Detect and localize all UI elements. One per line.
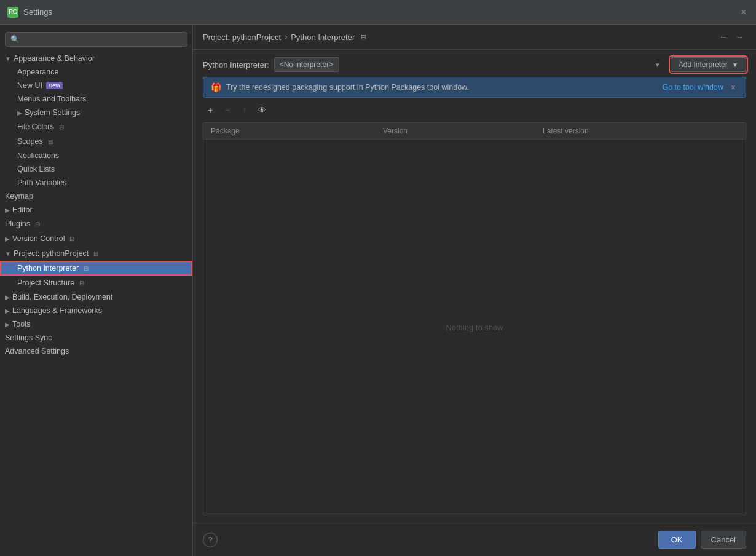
footer-left: ? <box>203 533 653 547</box>
sidebar: ▼ Appearance & Behavior Appearance New U… <box>0 25 193 556</box>
sidebar-item-label: Appearance <box>17 68 58 76</box>
dialog-body: ▼ Appearance & Behavior Appearance New U… <box>0 25 756 556</box>
sidebar-item-menus-toolbars[interactable]: Menus and Toolbars <box>0 92 192 106</box>
sidebar-item-label: Notifications <box>17 151 59 160</box>
up-package-button[interactable]: ↑ <box>237 103 252 117</box>
breadcrumb-parent: Project: pythonProject <box>203 33 281 42</box>
sidebar-item-build-execution[interactable]: ▶ Build, Execution, Deployment <box>0 290 192 304</box>
search-input[interactable] <box>5 32 187 47</box>
sidebar-item-label: Project Structure <box>17 279 74 287</box>
sidebar-item-new-ui[interactable]: New UI Beta <box>0 79 192 92</box>
sidebar-item-label: Advanced Settings <box>5 347 69 355</box>
col-version-header: Version <box>383 127 543 135</box>
interpreter-label: Python Interpreter: <box>203 60 269 70</box>
settings-icon: ⊟ <box>45 137 55 146</box>
sidebar-item-system-settings[interactable]: ▶ System Settings <box>0 106 192 119</box>
sidebar-item-label: Scopes <box>17 137 43 146</box>
breadcrumb: Project: pythonProject › Python Interpre… <box>193 25 756 50</box>
app-icon: PC <box>7 7 18 18</box>
toolbar-row: + − ↑ 👁 <box>203 103 746 117</box>
sidebar-item-label: Appearance & Behavior <box>14 54 95 63</box>
table-body: Nothing to show <box>203 140 746 515</box>
go-to-tool-window-link[interactable]: Go to tool window <box>662 83 723 92</box>
chevron-right-icon: ▶ <box>5 321 10 328</box>
sidebar-item-label: Path Variables <box>17 178 66 187</box>
table-header: Package Version Latest version <box>203 123 746 140</box>
title-bar: PC Settings × <box>0 0 756 25</box>
sidebar-item-label: Menus and Toolbars <box>17 95 86 103</box>
sidebar-item-label: Languages & Frameworks <box>12 306 102 315</box>
add-package-button[interactable]: + <box>203 103 218 117</box>
show-package-button[interactable]: 👁 <box>254 103 269 117</box>
sidebar-item-quick-lists[interactable]: Quick Lists <box>0 162 192 176</box>
sidebar-item-advanced-settings[interactable]: Advanced Settings <box>0 344 192 358</box>
banner-close-button[interactable]: × <box>728 82 738 92</box>
settings-icon: ⊟ <box>77 278 87 288</box>
chevron-right-icon: ▶ <box>5 308 10 314</box>
sidebar-item-label: Python Interpreter <box>17 264 79 272</box>
select-arrow-icon: ▼ <box>655 62 661 68</box>
sidebar-item-file-colors[interactable]: File Colors ⊟ <box>0 119 192 134</box>
col-latest-header: Latest version <box>543 127 738 135</box>
interpreter-row: Python Interpreter: <No interpreter> ▼ A… <box>203 57 746 72</box>
chevron-right-icon: ▶ <box>17 109 22 116</box>
help-button[interactable]: ? <box>203 533 218 547</box>
sidebar-item-keymap[interactable]: Keymap <box>0 189 192 203</box>
sidebar-item-languages-frameworks[interactable]: ▶ Languages & Frameworks <box>0 304 192 317</box>
settings-icon: ⊟ <box>91 248 101 258</box>
interpreter-select-wrapper: <No interpreter> ▼ <box>274 57 666 72</box>
add-interpreter-button[interactable]: Add Interpreter ▼ <box>671 57 746 72</box>
add-interpreter-label: Add Interpreter <box>679 60 728 69</box>
sidebar-item-label: Editor <box>12 205 33 214</box>
sidebar-item-editor[interactable]: ▶ Editor <box>0 203 192 216</box>
sidebar-item-appearance-behavior[interactable]: ▼ Appearance & Behavior <box>0 52 192 65</box>
empty-state-text: Nothing to show <box>446 323 503 332</box>
sidebar-item-label: Version Control <box>12 234 65 243</box>
gift-icon: 🎁 <box>211 82 221 92</box>
add-interpreter-dropdown-icon: ▼ <box>732 62 738 68</box>
remove-package-button[interactable]: − <box>220 103 235 117</box>
sidebar-item-label: Project: pythonProject <box>14 249 89 258</box>
banner-text: Try the redesigned packaging support in … <box>226 83 657 92</box>
info-banner: 🎁 Try the redesigned packaging support i… <box>203 77 746 98</box>
sidebar-item-notifications[interactable]: Notifications <box>0 149 192 162</box>
chevron-right-icon: ▶ <box>5 207 10 213</box>
chevron-down-icon: ▼ <box>5 55 11 62</box>
sidebar-item-version-control[interactable]: ▶ Version Control ⊟ <box>0 231 192 246</box>
ok-button[interactable]: OK <box>658 531 696 549</box>
nav-forward-button[interactable]: → <box>733 31 746 43</box>
sidebar-item-path-variables[interactable]: Path Variables <box>0 176 192 189</box>
sidebar-item-label: Quick Lists <box>17 165 55 173</box>
sidebar-item-project-pythonproject[interactable]: ▼ Project: pythonProject ⊟ <box>0 246 192 261</box>
sidebar-item-label: File Colors <box>17 122 54 131</box>
sidebar-item-python-interpreter[interactable]: Python Interpreter ⊟ <box>0 261 192 276</box>
close-button[interactable]: × <box>739 7 749 17</box>
sidebar-item-tools[interactable]: ▶ Tools <box>0 317 192 331</box>
breadcrumb-settings-icon: ⊟ <box>361 33 366 41</box>
sidebar-item-appearance[interactable]: Appearance <box>0 65 192 79</box>
sidebar-item-settings-sync[interactable]: Settings Sync <box>0 331 192 344</box>
chevron-right-icon: ▶ <box>5 236 10 242</box>
main-content: Project: pythonProject › Python Interpre… <box>193 25 756 556</box>
chevron-right-icon: ▶ <box>5 294 10 301</box>
breadcrumb-current: Python Interpreter <box>291 33 355 42</box>
sidebar-item-project-structure[interactable]: Project Structure ⊟ <box>0 276 192 290</box>
settings-dialog: PC Settings × ▼ Appearance & Behavior Ap… <box>0 0 756 556</box>
sidebar-item-label: System Settings <box>25 108 80 117</box>
nav-back-button[interactable]: ← <box>717 31 730 43</box>
sidebar-item-scopes[interactable]: Scopes ⊟ <box>0 134 192 149</box>
sidebar-item-label: Settings Sync <box>5 333 52 342</box>
sidebar-item-plugins[interactable]: Plugins ⊟ <box>0 216 192 231</box>
beta-badge: Beta <box>46 82 63 89</box>
sidebar-item-label: Tools <box>12 320 30 328</box>
cancel-button[interactable]: Cancel <box>701 531 746 549</box>
settings-icon: ⊟ <box>67 234 77 244</box>
sidebar-item-label: Keymap <box>5 192 33 201</box>
chevron-down-icon: ▼ <box>5 250 11 257</box>
col-package-header: Package <box>211 127 383 135</box>
title-bar-title: Settings <box>23 7 739 17</box>
breadcrumb-separator: › <box>285 33 287 41</box>
settings-icon: ⊟ <box>57 122 66 132</box>
settings-icon: ⊟ <box>81 263 91 273</box>
interpreter-select[interactable]: <No interpreter> <box>274 57 339 72</box>
